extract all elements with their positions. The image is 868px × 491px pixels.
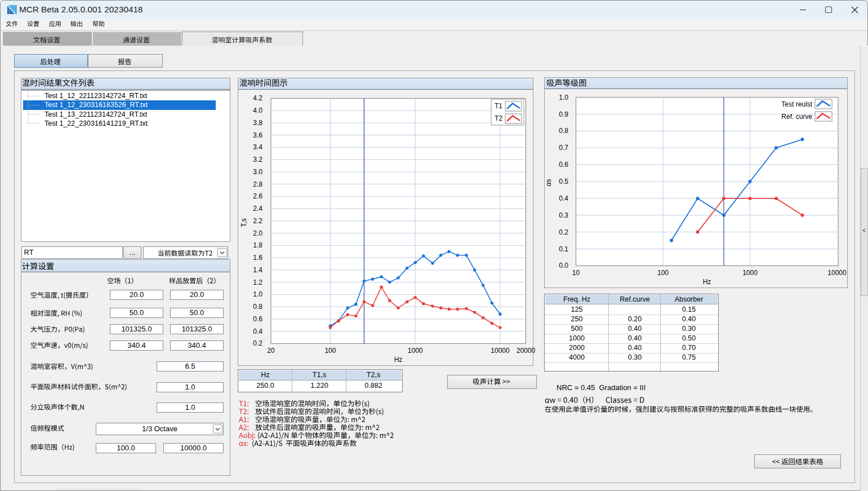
svg-text:1.0: 1.0: [559, 94, 568, 101]
svg-text:T1: T1: [495, 102, 502, 110]
svg-text:0.1: 0.1: [559, 245, 568, 253]
svg-text:Hz: Hz: [394, 356, 403, 364]
svg-text:10: 10: [572, 269, 580, 277]
svg-text:2.8: 2.8: [253, 180, 262, 188]
svg-text:20: 20: [267, 347, 275, 355]
svg-text:4.2: 4.2: [253, 94, 262, 102]
svg-text:1.6: 1.6: [253, 254, 262, 262]
svg-text:0.2: 0.2: [559, 228, 568, 236]
svg-text:0.4: 0.4: [559, 194, 568, 202]
svg-text:1000: 1000: [742, 269, 758, 277]
svg-text:αs: αs: [545, 179, 553, 187]
svg-text:1.8: 1.8: [253, 241, 262, 249]
svg-text:1.4: 1.4: [253, 266, 262, 274]
svg-text:100: 100: [657, 269, 669, 277]
svg-text:1000: 1000: [408, 347, 423, 355]
svg-text:0.2: 0.2: [253, 339, 262, 347]
svg-text:0.8: 0.8: [559, 127, 568, 135]
svg-text:2.0: 2.0: [253, 229, 262, 237]
svg-text:0.0: 0.0: [559, 262, 568, 269]
svg-text:0.8: 0.8: [253, 303, 262, 311]
svg-text:0.4: 0.4: [253, 328, 262, 335]
svg-text:1.0: 1.0: [253, 290, 262, 298]
svg-text:0.5: 0.5: [559, 178, 568, 185]
svg-text:3.0: 3.0: [253, 168, 262, 176]
svg-text:10000: 10000: [827, 269, 847, 277]
svg-text:1.2: 1.2: [253, 278, 262, 286]
svg-text:20000: 20000: [517, 347, 536, 355]
svg-text:3.4: 3.4: [253, 143, 262, 151]
svg-text:Test reulst: Test reulst: [781, 100, 812, 108]
svg-text:3.2: 3.2: [253, 156, 262, 163]
svg-text:0.7: 0.7: [559, 144, 568, 152]
svg-text:2.2: 2.2: [253, 217, 262, 225]
svg-text:2.4: 2.4: [253, 205, 262, 213]
svg-text:0.6: 0.6: [559, 161, 568, 169]
svg-text:0.3: 0.3: [559, 211, 568, 219]
svg-text:10000: 10000: [491, 347, 510, 355]
svg-text:Ref. curve: Ref. curve: [781, 113, 812, 121]
svg-text:T,s: T,s: [240, 218, 248, 227]
svg-text:100: 100: [324, 347, 336, 355]
svg-text:4.0: 4.0: [253, 107, 262, 114]
svg-text:0.9: 0.9: [559, 110, 568, 118]
svg-text:2.6: 2.6: [253, 192, 262, 200]
svg-text:Hz: Hz: [703, 278, 711, 286]
svg-text:3.6: 3.6: [253, 131, 262, 139]
svg-text:3.8: 3.8: [253, 119, 262, 127]
svg-text:T2: T2: [495, 114, 502, 122]
svg-text:0.6: 0.6: [253, 315, 262, 323]
